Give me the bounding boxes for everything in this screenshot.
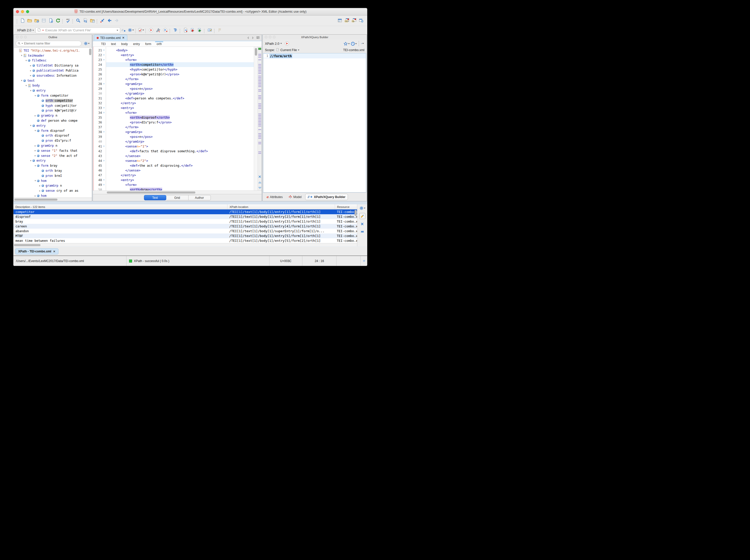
occurrence-mark[interactable] <box>258 98 261 99</box>
occurrence-mark[interactable] <box>258 105 261 106</box>
go-to-last-edit-icon[interactable] <box>99 17 105 23</box>
result-row[interactable]: bray/TEI[1]/text[1]/body[1]/entry[3]/for… <box>14 219 357 224</box>
remove-all-results-icon[interactable] <box>359 229 366 235</box>
occurrence-mark[interactable] <box>258 114 261 114</box>
code-line-31[interactable]: 31<def>person who competes.</def> <box>94 96 254 101</box>
fold-toggle-icon[interactable]: ▽ <box>102 184 106 186</box>
occurrence-mark[interactable] <box>258 72 261 72</box>
highlight-results-icon[interactable] <box>359 213 366 219</box>
occurrence-mark[interactable] <box>258 153 261 154</box>
occurrence-mark[interactable] <box>258 136 261 137</box>
outline-item-pron[interactable]: prondIs"pru:f <box>14 138 92 143</box>
result-row[interactable]: abandon/TEI[1]/text[1]/body[1]/superEntr… <box>14 229 357 234</box>
tree-open-arrow-icon[interactable]: ▼ <box>20 79 23 82</box>
xpath-version-select[interactable]: XPath 2.0 <box>17 28 34 32</box>
outline-item-orth[interactable]: orthbray <box>14 168 92 173</box>
breadcrumb-item-entry[interactable]: entry <box>133 42 140 46</box>
code-line-22[interactable]: 22▽<entry> <box>94 53 254 57</box>
outline-item-fileDesc[interactable]: ▼fileDesc <box>14 58 92 63</box>
occurrence-mark[interactable] <box>258 80 261 81</box>
result-row[interactable]: MTBF/TEI[1]/text[1]/body[1]/entry[5]/for… <box>14 234 357 238</box>
previous-occurrence-icon[interactable] <box>258 180 261 184</box>
outline-item-form[interactable]: ▼formbray <box>14 163 92 168</box>
view-button-text[interactable]: Text <box>144 195 166 200</box>
fold-toggle-icon[interactable]: ▽ <box>102 107 106 109</box>
tree-open-arrow-icon[interactable]: ▼ <box>34 180 37 182</box>
occurrence-mark[interactable] <box>258 135 261 136</box>
code-line-45[interactable]: 45<def>the act of disproving.</def> <box>94 163 254 168</box>
result-row[interactable]: competitor/TEI[1]/text[1]/body[1]/entry[… <box>14 209 357 214</box>
tab-close-icon[interactable]: ✕ <box>122 36 124 39</box>
tree-closed-arrow-icon[interactable]: ▶ <box>34 145 37 147</box>
tree-closed-arrow-icon[interactable]: ▶ <box>34 149 37 152</box>
code-line-30[interactable]: 30</gramGrp> <box>94 91 254 96</box>
occurrence-mark[interactable] <box>258 54 261 55</box>
pin-toolbar-icon[interactable] <box>217 27 223 33</box>
code-line-23[interactable]: 23▽<form> <box>94 57 254 62</box>
code-line-50[interactable]: 50<orth>bray</orth> <box>94 187 254 191</box>
outline-horizontal-scrollbar[interactable] <box>14 198 92 201</box>
breadcrumb-item-TEI[interactable]: TEI <box>100 42 106 46</box>
code-line-40[interactable]: 40</gramGrp> <box>94 139 254 144</box>
occurrence-mark[interactable] <box>258 143 261 144</box>
results-settings-icon[interactable] <box>359 205 366 211</box>
fold-toggle-icon[interactable]: ▽ <box>102 160 106 162</box>
run-xquery-debugger-icon[interactable] <box>197 27 203 33</box>
occurrence-mark[interactable] <box>258 120 261 120</box>
occurrence-mark[interactable] <box>258 138 261 139</box>
tab-xpath-results[interactable]: XPath - TEI-combo.xml ✕ <box>15 248 58 255</box>
fold-toggle-icon[interactable]: ▽ <box>102 83 106 85</box>
code-line-48[interactable]: 48▽<entry> <box>94 178 254 182</box>
review-view-icon[interactable] <box>207 27 213 33</box>
code-line-36[interactable]: 36<pron>dIs"pru:f</pron> <box>94 120 254 125</box>
code-line-26[interactable]: 26<pron>k@m"petit@(r)</pron> <box>94 72 254 77</box>
validate-document-icon[interactable] <box>138 27 144 33</box>
document-valid-indicator[interactable] <box>258 48 261 50</box>
code-line-34[interactable]: 34▽<form> <box>94 110 254 115</box>
outline-item-gramGrp[interactable]: ▶gramGrpn <box>14 113 92 118</box>
outline-item-TEI[interactable]: TEITEI"http://www.tei-c.org/ns/1. <box>14 48 92 53</box>
tree-open-arrow-icon[interactable]: ▼ <box>24 59 28 62</box>
xpath-builder-view-icon[interactable]: // <box>121 27 127 33</box>
tree-open-arrow-icon[interactable]: ▼ <box>34 129 37 132</box>
outline-item-sourceDesc[interactable]: ▶sourceDescInformation <box>14 73 92 78</box>
outline-item-sense[interactable]: ▶sense"2"the act of <box>14 153 92 158</box>
occurrence-mark[interactable] <box>258 118 261 119</box>
occurrence-mark[interactable] <box>258 121 261 122</box>
tree-closed-arrow-icon[interactable]: ▶ <box>38 185 41 187</box>
tree-open-arrow-icon[interactable]: ▼ <box>29 160 33 162</box>
occurrence-mark[interactable] <box>258 97 261 98</box>
tree-closed-arrow-icon[interactable]: ▶ <box>29 64 33 67</box>
occurrence-mark[interactable] <box>258 133 261 134</box>
breadcrumb-item-text[interactable]: text <box>111 42 116 46</box>
code-area[interactable]: 20▽<text>21▽<body>22▽<entry>23▽<form>24<… <box>93 47 262 191</box>
results-table-header[interactable]: Description - 122 items XPath location R… <box>14 204 357 209</box>
code-line-42[interactable]: 42<def>facts that disprove something.</d… <box>94 149 254 154</box>
tree-open-arrow-icon[interactable]: ▼ <box>34 95 37 97</box>
occurrence-mark[interactable] <box>258 70 261 71</box>
outline-item-form[interactable]: ▼formcompetitor <box>14 93 92 98</box>
xpath-scope-doc-icon[interactable] <box>37 28 41 33</box>
search-options-caret[interactable] <box>21 43 23 44</box>
outline-panel-header[interactable]: Outline <box>14 35 92 40</box>
navigate-forward-icon[interactable] <box>114 17 120 23</box>
reset-perspective-icon[interactable] <box>337 17 343 23</box>
check-spelling-icon[interactable]: ABC <box>65 17 71 23</box>
occurrence-mark[interactable] <box>258 77 261 78</box>
outline-item-entry[interactable]: ▼entry <box>14 88 92 93</box>
code-line-29[interactable]: 29<pos>n</pos> <box>94 86 254 91</box>
outline-item-sense[interactable]: ▶sensecry of an as <box>14 188 92 193</box>
fold-toggle-icon[interactable]: ▽ <box>102 54 106 56</box>
outline-item-publicationStmt[interactable]: ▶publicationStmtPublica <box>14 68 92 73</box>
occurrence-mark[interactable] <box>258 103 261 104</box>
outline-item-gramGrp[interactable]: ▶gramGrpn <box>14 183 92 188</box>
code-line-38[interactable]: 38▽<gramGrp> <box>94 129 254 134</box>
scroll-tabs-left-icon[interactable] <box>247 36 250 40</box>
reload-document-icon[interactable] <box>55 17 61 23</box>
view-button-grid[interactable]: Grid <box>166 195 189 200</box>
view-button-author[interactable]: Author <box>189 195 211 200</box>
save-to-url-icon[interactable] <box>48 17 54 23</box>
save-document-icon[interactable] <box>41 17 47 23</box>
outline-item-entry[interactable]: ▼entry <box>14 123 92 128</box>
code-line-41[interactable]: 41▽<sense n="1"> <box>94 144 254 149</box>
